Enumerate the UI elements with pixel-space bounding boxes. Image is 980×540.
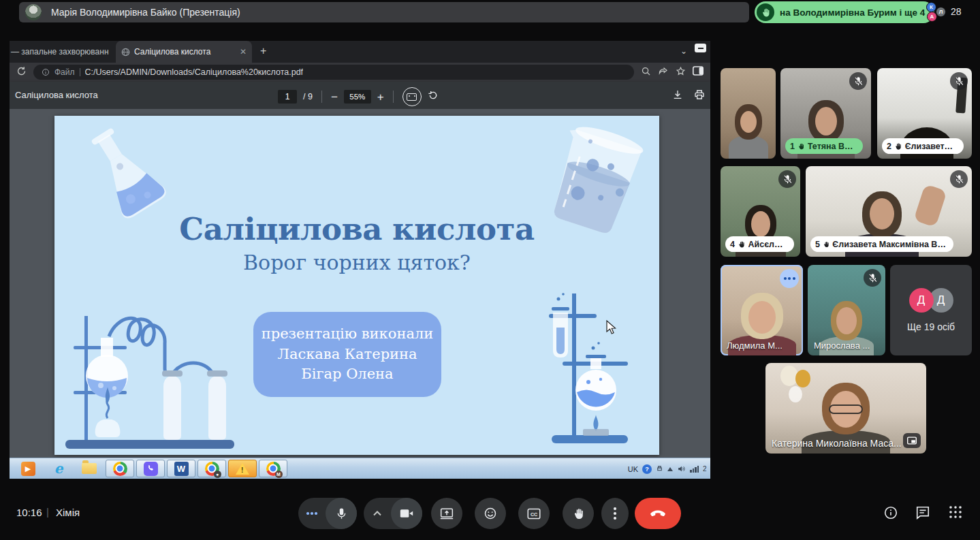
participant-tile[interactable]: Мирослава ... [808,265,885,355]
participant-count[interactable]: 28 [951,6,962,17]
more-participants-tile[interactable]: Д Д Ще 19 осіб [890,265,972,355]
hand-raised-badge: 5 Єлизавета Максимівна Ворна... [810,236,953,252]
media-player-icon[interactable]: ▶ [14,460,42,477]
participant-name: Катерина Миколаївна Маса... [772,438,902,449]
participant-tile[interactable]: 1 Тетяна Вол... [780,68,871,159]
tray-clock[interactable]: 2 [703,465,709,473]
tile-options-button[interactable] [780,269,799,288]
hand-icon [823,240,829,249]
end-call-button[interactable] [635,498,681,529]
page-info-icon[interactable] [42,68,50,76]
page-number-input[interactable]: 1 [278,90,297,104]
lab-apparatus-left-illustration [60,311,237,455]
print-icon[interactable] [694,89,705,103]
present-screen-button[interactable] [431,498,462,529]
participant-tile[interactable] [721,68,776,159]
warning-icon[interactable]: ! [228,460,257,477]
divider [80,68,80,76]
language-indicator[interactable]: UK [628,465,638,473]
more-options-button[interactable] [601,498,629,529]
hand-icon [738,240,746,249]
participant-tile[interactable]: Катерина Миколаївна Маса... [765,363,926,454]
meeting-info-button[interactable] [883,505,898,523]
browser-tab-active[interactable]: Саліцилова кислота ✕ [116,41,252,63]
presenter-bar: Марія Володимирівна Байко (Презентація) [19,2,749,22]
participant-name: Тетяна Вол... [808,142,857,151]
clock: 10:16 [16,507,42,518]
tab-search-chevron-icon[interactable]: ⌄ [680,46,687,56]
divider: | [46,506,49,518]
raised-hand-icon [757,3,774,21]
internet-explorer-icon[interactable]: e [44,460,73,477]
participant-name: Людмила М... [727,340,783,351]
hand-number: 1 [790,142,795,151]
hand-raised-badge: 4 Айсєль ... [725,236,794,252]
download-icon[interactable] [672,89,683,103]
apps-grid-button[interactable] [949,505,962,522]
reactions-button[interactable] [475,498,506,529]
chat-button[interactable] [915,505,930,523]
hand-number: 4 [730,240,735,249]
url-text: C:/Users/ADMIN/Downloads/Саліцилова%20ки… [85,67,304,77]
glasses [829,404,863,414]
browser-tabstrip: — запальне захворюванн ✕ Саліцилова кисл… [10,41,710,63]
network-tray-icon[interactable] [690,466,699,473]
viber-icon[interactable] [136,460,165,477]
zoom-search-icon[interactable] [641,66,651,79]
credit-line: Ласкава Катерина [277,345,417,364]
page-total: / 9 [303,92,313,101]
participant-tile[interactable]: 4 Айсєль ... [721,166,800,257]
side-panel-icon[interactable] [693,66,704,78]
microphone-button[interactable] [326,498,357,529]
raised-hands-pill[interactable]: на Володимирівна Бурим і ще 4 [755,1,934,23]
chrome-meet-icon[interactable]: M [259,460,287,477]
divider [321,91,322,103]
mouse-cursor [606,320,617,335]
help-tray-icon[interactable]: ? [642,464,652,474]
participant-tile-active-speaker[interactable]: Людмила М... [721,265,803,355]
address-bar[interactable]: Файл C:/Users/ADMIN/Downloads/Саліцилова… [33,65,634,80]
fit-width-button[interactable] [402,87,422,106]
participant-tile[interactable]: 5 Єлизавета Максимівна Ворна... [806,166,972,257]
hand-number: 2 [887,142,891,151]
tab-title: Саліцилова кислота [134,47,210,57]
picture-in-picture-icon[interactable] [903,433,921,448]
pdf-page-area[interactable]: Саліцилова кислота Ворог чорних цяток? п… [10,109,710,458]
zoom-level[interactable]: 55% [344,90,371,104]
camera-control-group [364,498,422,529]
bookmark-star-icon[interactable] [676,66,686,79]
show-hidden-icons[interactable] [667,467,673,471]
captions-button[interactable]: CC [518,498,550,529]
tray-app-icon[interactable] [656,465,663,473]
svg-text:CC: CC [531,511,537,517]
shared-screen: — запальне захворюванн ✕ Саліцилова кисл… [10,41,710,479]
share-icon[interactable] [658,66,669,79]
participants-avatar-cluster[interactable]: К Л А [925,2,948,22]
chrome-icon[interactable] [106,460,134,477]
camera-button[interactable] [391,498,422,529]
participant-tile[interactable]: 2 Єлизавета ... [877,68,972,159]
chrome-profile-icon[interactable]: ● [197,460,226,477]
audio-options-icon[interactable] [298,512,326,515]
file-explorer-icon[interactable] [75,460,104,477]
camera-options-chevron-icon[interactable] [364,511,391,516]
presenter-name: Марія Володимирівна Байко (Презентація) [51,7,240,18]
new-tab-button[interactable]: + [260,46,266,57]
word-icon[interactable]: W [167,460,195,477]
tab-close-icon[interactable]: ✕ [240,47,247,57]
zoom-out-button[interactable]: − [331,91,338,103]
more-participants-label: Ще 19 осіб [907,321,955,332]
hand-raised-badge: 2 Єлизавета ... [882,138,964,154]
rotate-button[interactable] [428,90,439,104]
participant-name: Єлизавета Максимівна Ворна... [832,240,947,249]
volume-tray-icon[interactable] [677,464,686,473]
hand-icon [894,142,902,150]
slide-subtitle: Ворог чорних цяток? [54,251,659,274]
reload-icon[interactable] [16,66,27,79]
minimize-window-button[interactable] [695,44,706,52]
globe-favicon-icon [121,48,130,57]
mic-muted-icon [864,269,881,287]
raise-hand-button[interactable] [563,498,594,529]
browser-tab-inactive[interactable]: — запальне захворюванн ✕ [10,41,113,63]
zoom-in-button[interactable]: + [377,91,384,103]
